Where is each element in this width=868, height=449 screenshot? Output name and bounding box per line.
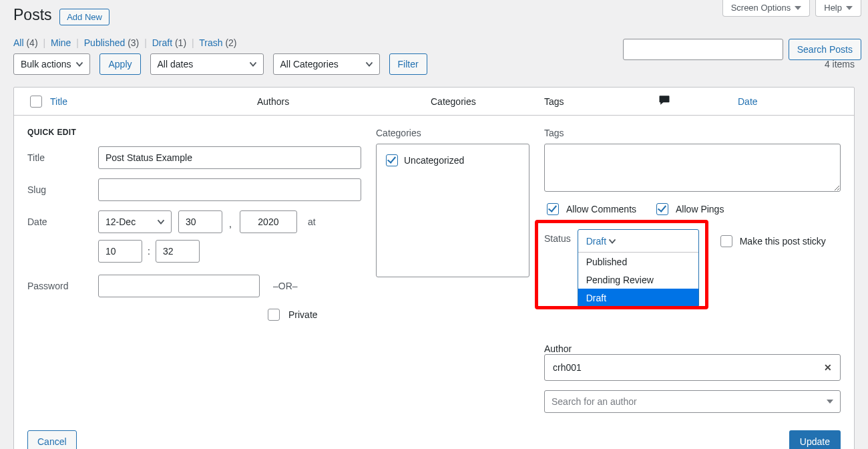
author-label: Author [544,343,572,354]
caret-down-icon [846,6,853,10]
view-draft-count: (1) [175,37,186,48]
apply-button[interactable]: Apply [99,53,140,75]
at-label: at [308,216,316,227]
allow-pings-checkbox[interactable] [656,203,668,215]
filter-button[interactable]: Filter [389,53,427,75]
categories-label: All Categories [280,59,339,69]
sticky-label: Make this post sticky [740,236,826,247]
author-value: crh001 [553,362,582,373]
date-label: Date [27,216,91,227]
view-published-count: (3) [128,37,139,48]
author-search-placeholder: Search for an author [552,396,637,407]
col-date[interactable]: Date [738,96,758,107]
tags-heading: Tags [544,128,841,138]
screen-options-button[interactable]: Screen Options [722,0,811,17]
quick-edit-legend: QUICK EDIT [27,128,361,137]
table-header: Title Authors Categories Tags Date [14,88,854,116]
view-all-count: (4) [26,37,37,48]
view-trash[interactable]: Trash [199,37,222,48]
or-label: –OR– [273,281,298,291]
chevron-down-icon [73,58,85,70]
allow-comments-checkbox[interactable] [547,203,559,215]
month-select[interactable]: 12-Dec [98,210,172,233]
category-uncategorized-checkbox[interactable] [386,154,398,166]
sticky-checkbox[interactable] [720,235,732,247]
view-draft[interactable]: Draft [152,37,172,48]
chevron-down-icon [363,58,375,70]
dates-select[interactable]: All dates [150,53,264,75]
help-label: Help [824,3,842,13]
select-all-checkbox[interactable] [30,96,42,108]
items-count: 4 items [825,59,855,69]
password-input[interactable] [98,275,260,297]
quick-edit-panel: QUICK EDIT Title Post Status Example Slu… [14,116,854,449]
hour-input[interactable]: 10 [98,240,142,263]
page-title: Posts [13,0,52,27]
view-mine[interactable]: Mine [51,37,71,48]
col-authors: Authors [257,96,431,107]
day-input[interactable]: 30 [178,210,222,233]
bulk-actions-label: Bulk actions [21,59,71,69]
status-label: Status [544,229,571,244]
author-search-select[interactable]: Search for an author [544,390,841,413]
categories-box[interactable]: Uncategorized [376,144,529,277]
password-label: Password [27,281,91,291]
slug-input[interactable] [98,178,361,201]
status-option-pending[interactable]: Pending Review [578,271,698,289]
comments-icon [658,94,738,109]
allow-comments-label: Allow Comments [566,204,636,214]
private-label: Private [288,309,318,320]
chevron-down-icon [155,216,167,228]
minute-input[interactable]: 32 [156,240,200,263]
chevron-down-icon [606,235,618,247]
col-tags: Tags [544,96,658,107]
remove-author-icon[interactable]: ✕ [824,362,832,373]
view-all[interactable]: All [13,37,24,48]
screen-options-label: Screen Options [731,3,791,13]
bulk-actions-select[interactable]: Bulk actions [13,53,90,75]
caret-down-icon [795,6,801,10]
caret-down-icon [827,400,833,404]
status-options: Published Pending Review Draft [578,253,698,307]
search-posts-button[interactable]: Search Posts [789,39,861,60]
add-new-button[interactable]: Add New [59,9,110,25]
status-option-draft[interactable]: Draft [578,289,698,307]
posts-table: Title Authors Categories Tags Date QUICK… [13,87,855,449]
author-chip[interactable]: crh001 ✕ [544,354,841,381]
col-title[interactable]: Title [50,96,67,107]
dates-label: All dates [158,59,194,69]
private-checkbox[interactable] [268,309,280,321]
year-input[interactable]: 2020 [240,210,297,233]
slug-label: Slug [27,184,91,195]
title-input[interactable]: Post Status Example [98,146,361,169]
view-trash-count: (2) [225,37,236,48]
categories-select[interactable]: All Categories [273,53,380,75]
chevron-down-icon [247,58,259,70]
update-button[interactable]: Update [789,430,841,449]
view-published[interactable]: Published [84,37,126,48]
status-option-published[interactable]: Published [578,253,698,271]
status-selected: Draft [586,236,606,247]
category-uncategorized-label: Uncategorized [404,155,464,166]
search-input[interactable] [623,39,783,60]
col-categories: Categories [431,96,544,107]
cancel-button[interactable]: Cancel [27,430,77,449]
tags-textarea[interactable] [544,144,841,192]
title-label: Title [27,152,91,163]
status-select[interactable]: Draft Published Pending Review Draft [578,229,699,307]
allow-pings-label: Allow Pings [676,204,724,214]
help-button[interactable]: Help [815,0,861,17]
categories-heading: Categories [376,128,529,138]
